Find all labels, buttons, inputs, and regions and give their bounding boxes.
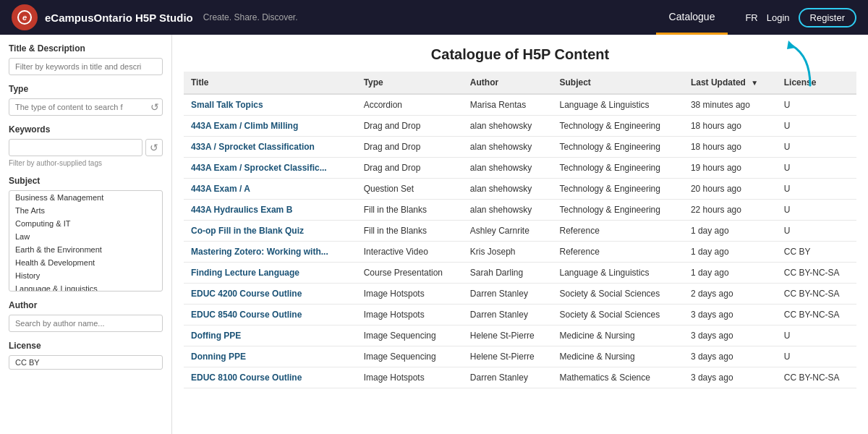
- login-link[interactable]: Login: [767, 12, 790, 23]
- row-subject: Reference: [553, 242, 684, 263]
- subject-item[interactable]: Earth & the Environment: [9, 243, 162, 256]
- row-author: alan shehowsky: [463, 116, 553, 137]
- row-title[interactable]: Mastering Zotero: Working with...: [184, 242, 357, 263]
- type-refresh-icon[interactable]: ↺: [150, 101, 159, 113]
- table-row: 443A Exam / Climb Milling Drag and Drop …: [184, 116, 856, 137]
- fr-link[interactable]: FR: [745, 12, 757, 23]
- table-row: 443A Exam / Sprocket Classific... Drag a…: [184, 158, 856, 179]
- table-row: Small Talk Topics Accordion Marisa Renta…: [184, 94, 856, 116]
- row-license: U: [777, 346, 856, 367]
- subject-item[interactable]: Health & Development: [9, 256, 162, 269]
- main-layout: Title & Description Type ↺ Keywords ↺ Fi…: [0, 35, 868, 434]
- register-button[interactable]: Register: [799, 8, 856, 27]
- row-subject: Language & Linguistics: [553, 94, 684, 116]
- type-input[interactable]: [9, 98, 163, 116]
- license-list: CC BY: [9, 355, 163, 370]
- keywords-filter-wrap: ↺: [9, 139, 163, 156]
- row-author: Helene St-Pierre: [463, 346, 553, 367]
- type-filter-wrap: ↺: [9, 98, 163, 116]
- header-actions: FR Login Register: [745, 8, 856, 27]
- row-author: alan shehowsky: [463, 179, 553, 200]
- header: e eCampusOntario H5P Studio Create. Shar…: [0, 0, 868, 35]
- row-license: U: [777, 116, 856, 137]
- title-description-input[interactable]: [9, 58, 163, 75]
- table-row: Donning PPE Image Sequencing Helene St-P…: [184, 346, 856, 367]
- subject-item[interactable]: Language & Linguistics: [9, 282, 162, 292]
- row-author: Darren Stanley: [463, 367, 553, 388]
- row-license: U: [777, 158, 856, 179]
- subject-item[interactable]: History: [9, 269, 162, 282]
- subject-list: Business & Management The Arts Computing…: [9, 190, 163, 292]
- author-label: Author: [9, 300, 163, 310]
- author-filter-wrap: [9, 315, 163, 332]
- row-author: Darren Stanley: [463, 305, 553, 326]
- keywords-input[interactable]: [9, 139, 142, 156]
- table-row: 443A Hydraulics Exam B Fill in the Blank…: [184, 200, 856, 221]
- row-updated: 18 hours ago: [684, 116, 777, 137]
- table-row: EDUC 8100 Course Outline Image Hotspots …: [184, 367, 856, 388]
- subject-item[interactable]: The Arts: [9, 204, 162, 217]
- row-author: Darren Stanley: [463, 284, 553, 305]
- col-last-updated[interactable]: Last Updated ▼: [684, 72, 777, 94]
- row-license: CC BY-NC-SA: [777, 367, 856, 388]
- row-title[interactable]: EDUC 4200 Course Outline: [184, 284, 357, 305]
- row-title[interactable]: Doffing PPE: [184, 326, 357, 346]
- row-type: Drag and Drop: [357, 137, 463, 158]
- keywords-label: Keywords: [9, 124, 163, 135]
- row-type: Accordion: [357, 94, 463, 116]
- subject-item[interactable]: Law: [9, 230, 162, 243]
- title-description-label: Title & Description: [9, 43, 163, 54]
- row-license: CC BY: [777, 242, 856, 263]
- row-type: Image Hotspots: [357, 284, 463, 305]
- row-title[interactable]: 433A / Sprocket Classification: [184, 137, 357, 158]
- col-author: Author: [463, 72, 553, 94]
- row-license: U: [777, 137, 856, 158]
- row-title[interactable]: Finding Lecture Language: [184, 263, 357, 284]
- col-title: Title: [184, 72, 357, 94]
- title-description-filter-wrap: [9, 58, 163, 75]
- row-title[interactable]: Donning PPE: [184, 346, 357, 367]
- row-license: CC BY-NC-SA: [777, 305, 856, 326]
- row-type: Drag and Drop: [357, 158, 463, 179]
- row-title[interactable]: 443A Exam / Climb Milling: [184, 116, 357, 137]
- table-row: Finding Lecture Language Course Presenta…: [184, 263, 856, 284]
- table-row: EDUC 4200 Course Outline Image Hotspots …: [184, 284, 856, 305]
- row-updated: 3 days ago: [684, 346, 777, 367]
- nav-tab-catalogue[interactable]: Catalogue: [656, 0, 728, 35]
- license-item[interactable]: CC BY: [9, 356, 162, 369]
- row-license: U: [777, 94, 856, 116]
- row-updated: 1 day ago: [684, 263, 777, 284]
- row-title[interactable]: EDUC 8100 Course Outline: [184, 367, 357, 388]
- row-type: Image Sequencing: [357, 326, 463, 346]
- row-type: Image Hotspots: [357, 367, 463, 388]
- content-area: Catalogue of H5P Content Title Type Auth…: [172, 35, 868, 434]
- row-title[interactable]: Co-op Fill in the Blank Quiz: [184, 221, 357, 242]
- subject-item[interactable]: Computing & IT: [9, 217, 162, 230]
- row-license: CC BY-NC-SA: [777, 263, 856, 284]
- subject-item[interactable]: Business & Management: [9, 191, 162, 204]
- row-license: U: [777, 326, 856, 346]
- row-subject: Society & Social Sciences: [553, 284, 684, 305]
- row-license: U: [777, 221, 856, 242]
- logo: e: [12, 4, 38, 30]
- row-type: Drag and Drop: [357, 116, 463, 137]
- table-row: 433A / Sprocket Classification Drag and …: [184, 137, 856, 158]
- col-type: Type: [357, 72, 463, 94]
- row-type: Image Hotspots: [357, 305, 463, 326]
- row-title[interactable]: 443A Exam / Sprocket Classific...: [184, 158, 357, 179]
- row-title[interactable]: 443A Hydraulics Exam B: [184, 200, 357, 221]
- row-author: Kris Joseph: [463, 242, 553, 263]
- svg-text:e: e: [22, 13, 27, 22]
- site-title: eCampusOntario H5P Studio: [45, 12, 193, 24]
- row-title[interactable]: EDUC 8540 Course Outline: [184, 305, 357, 326]
- row-title[interactable]: Small Talk Topics: [184, 94, 357, 116]
- row-subject: Reference: [553, 221, 684, 242]
- row-updated: 3 days ago: [684, 367, 777, 388]
- keywords-refresh-icon[interactable]: ↺: [145, 139, 163, 156]
- site-tagline: Create. Share. Discover.: [203, 12, 298, 22]
- row-updated: 18 hours ago: [684, 137, 777, 158]
- author-input[interactable]: [9, 315, 163, 332]
- row-type: Course Presentation: [357, 263, 463, 284]
- row-title[interactable]: 443A Exam / A: [184, 179, 357, 200]
- keywords-hint: Filter by author-supplied tags: [9, 159, 163, 167]
